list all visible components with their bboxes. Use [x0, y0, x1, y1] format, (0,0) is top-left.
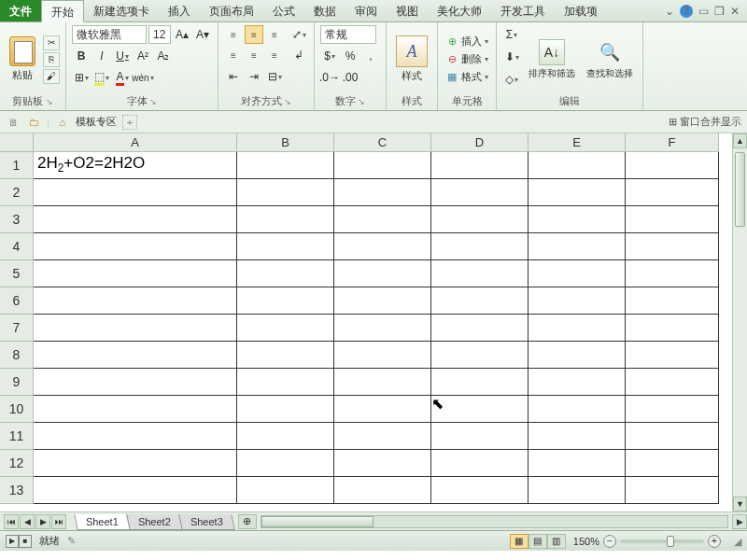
cell-C3[interactable]	[334, 206, 431, 233]
cell-A6[interactable]	[34, 287, 237, 315]
row-header-11[interactable]: 11	[0, 423, 34, 450]
align-mid-left[interactable]: ≡	[224, 46, 243, 64]
select-all-corner[interactable]	[0, 133, 34, 152]
zoom-handle[interactable]	[667, 536, 674, 547]
cell-D2[interactable]	[431, 179, 529, 206]
tab-view[interactable]: 视图	[387, 0, 428, 21]
cell-E8[interactable]	[529, 342, 626, 369]
row-header-9[interactable]: 9	[0, 369, 34, 396]
font-size-select[interactable]: 12	[148, 25, 171, 44]
cell-B9[interactable]	[237, 369, 334, 396]
cell-C11[interactable]	[334, 423, 431, 450]
cell-F10[interactable]	[626, 396, 719, 423]
bold-button[interactable]: B	[72, 47, 91, 65]
cell-D5[interactable]	[431, 260, 529, 287]
autosum-button[interactable]: Σ	[502, 25, 521, 44]
macro-record-button[interactable]: ▶	[6, 535, 19, 548]
currency-button[interactable]: $	[320, 47, 339, 65]
tab-insert[interactable]: 插入	[159, 0, 200, 21]
column-header-C[interactable]: C	[334, 133, 431, 152]
row-header-1[interactable]: 1	[0, 152, 34, 179]
tab-formula[interactable]: 公式	[263, 0, 304, 21]
sheet-tab-2[interactable]: Sheet2	[126, 514, 182, 530]
cells-area[interactable]: 2H2+O2=2H2O	[34, 152, 732, 511]
orientation-button[interactable]: ⤢	[289, 25, 308, 44]
sheet-nav-last[interactable]: ⏭	[51, 514, 66, 529]
cell-B12[interactable]	[237, 450, 334, 477]
add-doc-button[interactable]: +	[122, 115, 137, 130]
italic-button[interactable]: I	[92, 47, 111, 65]
copy-button[interactable]: ⎘	[43, 52, 60, 67]
row-header-6[interactable]: 6	[0, 287, 34, 315]
cell-D3[interactable]	[431, 206, 529, 233]
tab-page-layout[interactable]: 页面布局	[200, 0, 263, 21]
zoom-percent-label[interactable]: 150%	[573, 536, 599, 547]
percent-button[interactable]: %	[341, 47, 359, 65]
cell-E3[interactable]	[529, 206, 626, 233]
cell-F4[interactable]	[626, 233, 719, 260]
align-top-left[interactable]: ≡	[224, 25, 243, 44]
zoom-slider[interactable]	[620, 539, 704, 543]
cell-A12[interactable]	[34, 450, 237, 477]
cell-E9[interactable]	[529, 369, 626, 396]
cell-B5[interactable]	[237, 260, 334, 287]
phonetic-button[interactable]: wén	[134, 68, 152, 87]
align-mid-right[interactable]: ≡	[265, 46, 284, 64]
align-top-right[interactable]: ≡	[265, 25, 284, 44]
cell-E2[interactable]	[529, 179, 626, 206]
new-doc-icon[interactable]: 🗎	[6, 115, 21, 130]
cell-F11[interactable]	[626, 423, 719, 450]
cell-B3[interactable]	[237, 206, 334, 233]
scroll-up-button[interactable]: ▲	[733, 133, 747, 148]
cell-A10[interactable]	[34, 396, 237, 423]
fill-button[interactable]: ⬇	[502, 48, 521, 66]
cell-F1[interactable]	[626, 152, 719, 179]
increase-indent-button[interactable]: ⇥	[245, 67, 263, 86]
cell-E7[interactable]	[529, 315, 626, 342]
font-color-button[interactable]: A	[113, 68, 132, 87]
decrease-indent-button[interactable]: ⇤	[224, 67, 243, 86]
scroll-down-button[interactable]: ▼	[733, 497, 747, 511]
insert-cells-button[interactable]: ⊕插入▾	[444, 34, 490, 49]
wrap-text-button[interactable]: ↲	[289, 46, 308, 64]
cell-A2[interactable]	[34, 179, 237, 206]
cell-D4[interactable]	[431, 233, 529, 260]
cell-E1[interactable]	[529, 152, 626, 179]
row-header-12[interactable]: 12	[0, 450, 34, 477]
sheet-nav-first[interactable]: ⏮	[4, 514, 19, 529]
column-header-A[interactable]: A	[34, 133, 237, 152]
status-edit-icon[interactable]: ✎	[67, 535, 76, 547]
cell-F8[interactable]	[626, 342, 719, 369]
cell-F13[interactable]	[626, 477, 719, 504]
tab-file[interactable]: 文件	[0, 0, 41, 21]
scroll-thumb-v[interactable]	[735, 152, 745, 227]
clear-button[interactable]: ◇	[502, 70, 521, 89]
dropdown-icon[interactable]: ⌄	[665, 5, 674, 18]
row-header-5[interactable]: 5	[0, 260, 34, 287]
sheet-nav-next[interactable]: ▶	[35, 514, 50, 529]
open-folder-icon[interactable]: 🗀	[26, 115, 41, 130]
cell-A4[interactable]	[34, 233, 237, 260]
sheet-nav-prev[interactable]: ◀	[20, 514, 35, 529]
cell-B6[interactable]	[237, 287, 334, 315]
cell-E6[interactable]	[529, 287, 626, 315]
column-header-D[interactable]: D	[431, 133, 529, 152]
cell-F12[interactable]	[626, 450, 719, 477]
view-page-break-button[interactable]: ▥	[547, 534, 566, 549]
subscript-button[interactable]: A₂	[154, 47, 173, 65]
border-button[interactable]: ⊞	[72, 68, 91, 87]
cell-B11[interactable]	[237, 423, 334, 450]
paste-button[interactable]: 粘贴	[6, 25, 39, 93]
cell-A11[interactable]	[34, 423, 237, 450]
help-icon[interactable]: ?	[680, 5, 693, 18]
tab-dev[interactable]: 开发工具	[491, 0, 555, 21]
delete-cells-button[interactable]: ⊖删除▾	[444, 51, 490, 67]
cell-E10[interactable]	[529, 396, 626, 423]
cell-F9[interactable]	[626, 369, 719, 396]
cell-E11[interactable]	[529, 423, 626, 450]
cell-D10[interactable]	[431, 396, 529, 423]
cell-D9[interactable]	[431, 369, 529, 396]
cell-C2[interactable]	[334, 179, 431, 206]
zoom-out-button[interactable]: −	[603, 535, 616, 548]
cell-F2[interactable]	[626, 179, 719, 206]
